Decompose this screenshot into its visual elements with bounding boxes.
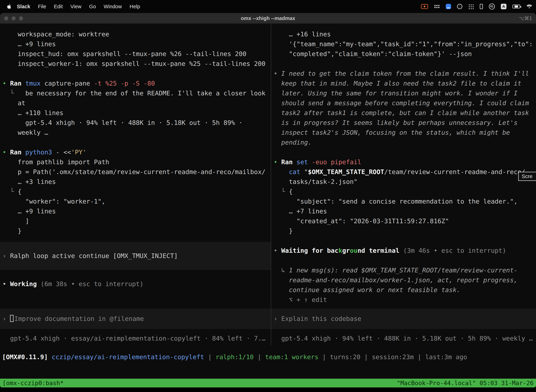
- menu-help[interactable]: Help: [126, 4, 144, 9]
- screen-record-indicator[interactable]: [421, 4, 428, 9]
- text-run: [OMX#0.11.9]: [2, 353, 52, 361]
- omx-hud-line: [OMX#0.11.9] cczip/essay/ai-reimplementa…: [0, 345, 536, 362]
- terminal-line: gpt-5.4 xhigh · 94% left · 488K in · 5.1…: [274, 334, 534, 343]
- terminal-line: cat "$OMX_TEAM_STATE_ROOT/team/review-cu…: [274, 167, 534, 177]
- dots-grid-icon[interactable]: [468, 4, 474, 9]
- working-status: • Working (6m 38s • esc to interrupt): [2, 279, 268, 289]
- terminal-line: weekly …: [2, 128, 268, 138]
- menu-window[interactable]: Window: [100, 4, 126, 9]
- terminal-line: ↳ 1 new msg(s): read $OMX_TEAM_STATE_ROO…: [274, 265, 534, 275]
- battery-icon[interactable]: [512, 5, 520, 9]
- text-run: tasks/task-2.json": [289, 178, 358, 185]
- text-run: |: [414, 353, 425, 361]
- menu-go[interactable]: Go: [85, 4, 100, 9]
- apple-menu[interactable]: [5, 4, 13, 9]
- menu-edit[interactable]: Edit: [50, 4, 67, 9]
- text-run: keep that in mind. Maybe I also need the…: [281, 80, 521, 87]
- tmux-status-bar: [omx-cczip0:bash* "MacBook-Pro-44.local"…: [0, 379, 536, 387]
- battery-percent-badge[interactable]: 61: [489, 4, 495, 9]
- flex-spacer: [274, 305, 534, 308]
- text-run: be necessary for the end of the README. …: [18, 89, 266, 97]
- terminal-line: • Waiting for background terminal (3m 46…: [274, 246, 534, 256]
- terminal-line: … +3 lines: [2, 177, 268, 187]
- text-run: cat: [289, 168, 304, 175]
- terminal-line: "completed","claim_token":"claim-token"}…: [274, 49, 534, 59]
- terminal-line: inspect_worker-1: omx sparkshell --tmux-…: [2, 59, 268, 69]
- terminal-line: from pathlib import Path: [2, 157, 268, 167]
- text-run: '{"team_name":"my-team","task_id":"1","f…: [289, 40, 533, 48]
- terminal-line: task2 after task1 is complete, but can I…: [274, 108, 534, 118]
- right-terminal-pane: … +16 lines'{"team_name":"my-team","task…: [271, 23, 536, 345]
- left-terminal-pane: workspace_mode: worktree… +9 linesinspec…: [0, 23, 271, 345]
- clipped-tooltip: Scre: [518, 172, 536, 181]
- iphone-icon[interactable]: [480, 4, 483, 9]
- text-run: at: [18, 99, 25, 107]
- text-run: - <<: [56, 149, 71, 156]
- zoom-button[interactable]: [19, 16, 23, 20]
- window-title-bar[interactable]: omx --xhigh --madmax ⌥⌘1: [0, 13, 536, 23]
- terminal-line: • Ran python3 - <<'PY': [2, 147, 268, 157]
- terminal-line: … +9 lines: [2, 39, 268, 49]
- inject-banner: › Ralph loop active continue [OMX_TMUX_I…: [0, 242, 271, 270]
- text-run: should send a message before completing …: [281, 99, 529, 107]
- text-run: … +3 lines: [18, 178, 56, 185]
- text-run: (6m 38s • esc to interrupt): [41, 280, 144, 288]
- keyboard-grid-icon[interactable]: [434, 5, 440, 9]
- terminal-line: pending.: [274, 138, 534, 147]
- circle-app-icon[interactable]: [457, 4, 462, 9]
- text-run: capture-pane: [44, 80, 94, 87]
- terminal-line: "subject": "send a concise recommendatio…: [274, 196, 534, 206]
- terminal-line: gpt-5.4 xhigh · essay/ai-reimplementatio…: [2, 334, 268, 343]
- minimize-button[interactable]: [12, 16, 16, 20]
- window-shortcut-hint: ⌥⌘1: [519, 16, 532, 21]
- terminal-line: › Improve documentation in @filename: [2, 314, 268, 324]
- text-run: p = Path('.omx/state/team/review-current…: [18, 168, 266, 175]
- blank-line: [2, 69, 268, 79]
- raycast-icon[interactable]: [446, 4, 451, 9]
- text-run: ralph:1/10: [215, 353, 254, 361]
- terminal-line: … +9 lines: [2, 206, 268, 216]
- text-run: Explain this codebase: [281, 315, 361, 322]
- blank-line: [274, 236, 534, 246]
- text-run: team:1 workers: [265, 353, 318, 361]
- text-run: "created_at": "2026-03-31T11:59:27.816Z": [297, 217, 449, 225]
- text-run: -euo pipefail: [312, 159, 361, 166]
- text-run: └: [10, 188, 18, 195]
- pane-status-line: gpt-5.4 xhigh · essay/ai-reimplementatio…: [2, 334, 268, 343]
- text-run: I need to get the claim token from the c…: [281, 70, 529, 77]
- text-run: cczip/essay/ai-reimplementation-copyleft: [52, 353, 204, 361]
- text-run: gpt-5.4 xhigh · essay/ai-reimplementatio…: [10, 335, 265, 342]
- wifi-icon[interactable]: [526, 4, 532, 9]
- terminal-window: omx --xhigh --madmax ⌥⌘1 workspace_mode:…: [0, 13, 536, 387]
- text-run: gpt-5.4 xhigh · 94% left · 488K in · 5.1…: [18, 119, 243, 126]
- input-source-icon[interactable]: A: [501, 4, 507, 9]
- tmux-host-clock: "MacBook-Pro-44.local" 05:03 31-Mar-26: [397, 379, 534, 387]
- terminal-line: • Ran tmux capture-pane -t %25 -p -S -80: [2, 79, 268, 88]
- text-run: inspect task2's JSON, focusing on the st…: [281, 129, 510, 136]
- text-run: {: [289, 188, 293, 195]
- text-run: last:3m ago: [425, 353, 467, 361]
- battery-fill: [515, 5, 518, 8]
- text-run: … +9 lines: [18, 40, 56, 48]
- text-run: •: [274, 247, 281, 254]
- text-run: workspace_mode: worktree: [18, 31, 109, 38]
- text-run: |: [360, 353, 372, 361]
- text-run: •: [2, 149, 10, 156]
- text-run: … +110 lines: [18, 109, 63, 117]
- text-run: "completed","claim_token":"claim-token"}…: [289, 50, 472, 57]
- menu-file[interactable]: File: [34, 4, 50, 9]
- prompt-input[interactable]: › Improve documentation in @filename: [0, 308, 271, 329]
- window-title: omx --xhigh --madmax: [0, 15, 536, 21]
- menu-view[interactable]: View: [67, 4, 85, 9]
- text-run: •: [274, 159, 281, 166]
- text-run: └: [10, 89, 18, 97]
- prompt-input[interactable]: › Explain this codebase: [271, 308, 536, 329]
- text-run: Improve documentation in @filename: [14, 315, 144, 322]
- menu-app-name[interactable]: Slack: [13, 4, 34, 9]
- text-run: |: [254, 353, 265, 361]
- text-run: k: [338, 247, 342, 254]
- text-run: {: [18, 188, 22, 195]
- close-button[interactable]: [4, 16, 8, 20]
- scrollback: … +16 lines'{"team_name":"my-team","task…: [274, 29, 534, 305]
- terminal-line: • Working (6m 38s • esc to interrupt): [2, 279, 268, 289]
